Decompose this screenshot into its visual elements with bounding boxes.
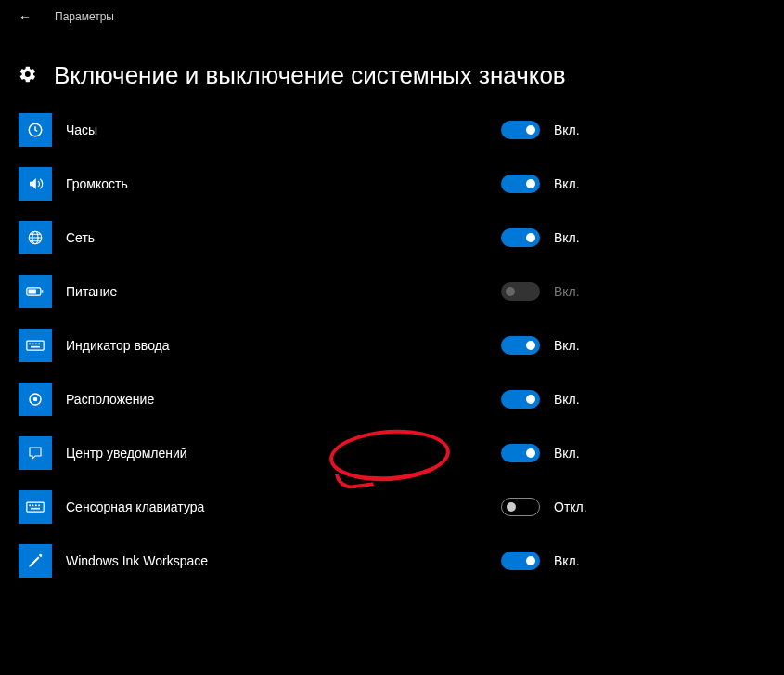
toggle-clock[interactable] <box>501 121 540 139</box>
volume-icon <box>19 167 52 201</box>
toggle-location[interactable] <box>501 390 540 409</box>
svg-rect-17 <box>35 505 37 507</box>
setting-row-input: Индикатор вводаВкл. <box>19 329 724 362</box>
clock-icon <box>19 113 52 147</box>
setting-label: Сеть <box>66 230 501 245</box>
svg-rect-14 <box>27 502 44 512</box>
svg-rect-9 <box>35 344 37 345</box>
toggle-status: Вкл. <box>554 446 580 461</box>
svg-rect-7 <box>29 344 31 345</box>
svg-rect-19 <box>31 508 40 510</box>
svg-rect-18 <box>38 505 40 507</box>
setting-row-power: ПитаниеВкл. <box>19 275 724 308</box>
action-icon <box>19 436 52 470</box>
svg-rect-10 <box>38 344 40 345</box>
setting-row-clock: ЧасыВкл. <box>19 113 724 147</box>
setting-label: Сенсорная клавиатура <box>66 500 501 514</box>
setting-label: Windows Ink Workspace <box>66 553 501 568</box>
keyboard-icon <box>19 329 52 362</box>
setting-row-touchkb: Сенсорная клавиатураОткл. <box>19 490 724 524</box>
setting-label: Питание <box>66 284 501 299</box>
power-icon <box>19 275 52 308</box>
setting-label: Центр уведомлений <box>66 446 501 461</box>
toggle-status: Вкл. <box>554 338 580 353</box>
back-button[interactable]: ← <box>19 9 32 24</box>
ink-icon <box>19 544 52 578</box>
toggle-status: Вкл. <box>554 553 580 568</box>
network-icon <box>19 221 52 254</box>
setting-row-ink: Windows Ink WorkspaceВкл. <box>19 544 724 578</box>
toggle-touchkb[interactable] <box>501 498 540 516</box>
location-icon <box>19 383 52 416</box>
toggle-input[interactable] <box>501 336 540 355</box>
page-title: Включение и выключение системных значков <box>54 61 566 90</box>
setting-label: Индикатор ввода <box>66 338 501 353</box>
setting-row-network: СетьВкл. <box>19 221 724 254</box>
settings-list: ЧасыВкл.ГромкостьВкл.СетьВкл.ПитаниеВкл.… <box>0 113 784 578</box>
svg-rect-8 <box>32 344 34 345</box>
keyboard-icon <box>19 490 52 524</box>
svg-rect-15 <box>29 505 31 507</box>
setting-label: Часы <box>66 123 501 137</box>
toggle-action[interactable] <box>501 444 540 462</box>
window-title: Параметры <box>55 10 114 23</box>
toggle-status: Вкл. <box>554 230 580 245</box>
svg-rect-6 <box>27 341 44 350</box>
setting-label: Громкость <box>66 176 501 191</box>
toggle-status: Вкл. <box>554 392 580 407</box>
setting-row-volume: ГромкостьВкл. <box>19 167 724 201</box>
toggle-status: Вкл. <box>554 123 580 137</box>
svg-rect-5 <box>29 290 36 294</box>
gear-icon <box>19 65 37 86</box>
setting-row-action: Центр уведомленийВкл. <box>19 436 724 470</box>
toggle-status: Вкл. <box>554 176 580 191</box>
svg-rect-16 <box>32 505 34 507</box>
setting-label: Расположение <box>66 392 501 407</box>
svg-rect-11 <box>31 346 40 348</box>
toggle-ink[interactable] <box>501 552 540 570</box>
toggle-volume[interactable] <box>501 175 540 193</box>
toggle-network[interactable] <box>501 228 540 247</box>
toggle-status: Откл. <box>554 500 587 514</box>
toggle-power <box>501 282 540 301</box>
svg-point-13 <box>33 397 38 402</box>
setting-row-location: РасположениеВкл. <box>19 383 724 416</box>
toggle-status: Вкл. <box>554 284 580 299</box>
svg-rect-4 <box>42 290 44 292</box>
